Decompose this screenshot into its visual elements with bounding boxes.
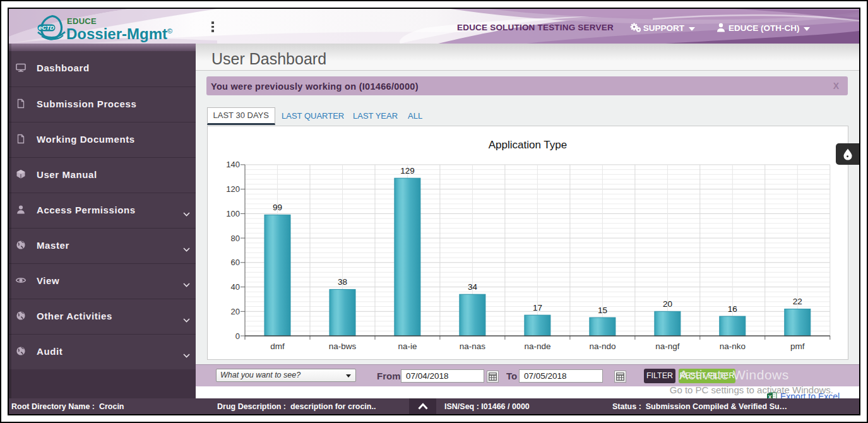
svg-text:38: 38 (337, 277, 347, 287)
svg-text:na-nde: na-nde (524, 342, 550, 351)
svg-text:60: 60 (230, 258, 239, 267)
svg-text:dmf: dmf (270, 342, 285, 351)
svg-text:20: 20 (230, 306, 239, 316)
svg-text:20: 20 (662, 299, 672, 309)
svg-text:129: 129 (400, 166, 415, 176)
svg-text:pmf: pmf (790, 342, 805, 351)
svg-text:22: 22 (792, 297, 802, 306)
svg-text:na-ie: na-ie (398, 342, 417, 351)
svg-text:Application Type: Application Type (488, 139, 566, 151)
svg-text:eCTD: eCTD (39, 24, 54, 31)
svg-text:140: 140 (226, 160, 240, 169)
svg-text:na-nas: na-nas (459, 342, 485, 351)
svg-text:34: 34 (467, 282, 477, 292)
svg-text:40: 40 (230, 282, 239, 292)
svg-text:na-nko: na-nko (719, 342, 745, 351)
svg-text:16: 16 (727, 304, 737, 314)
svg-text:120: 120 (226, 184, 240, 194)
svg-text:99: 99 (272, 203, 282, 212)
svg-text:na-ndo: na-ndo (589, 342, 615, 351)
svg-text:0: 0 (235, 331, 239, 340)
svg-text:80: 80 (230, 233, 239, 242)
svg-text:na-ngf: na-ngf (655, 342, 680, 351)
svg-text:17: 17 (532, 303, 542, 313)
svg-text:100: 100 (226, 208, 240, 218)
svg-text:na-bws: na-bws (328, 342, 356, 351)
svg-text:15: 15 (597, 306, 607, 315)
